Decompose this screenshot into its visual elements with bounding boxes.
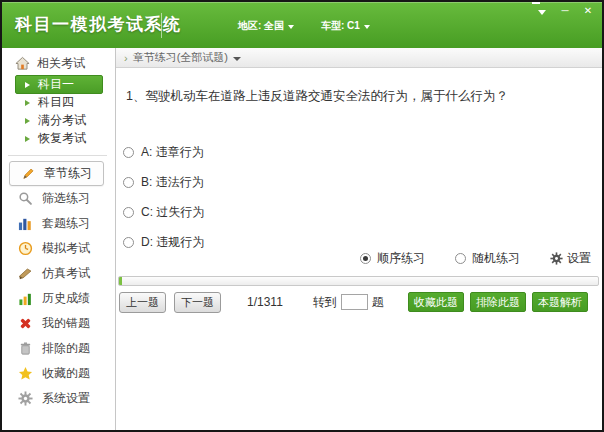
arrow-right-icon	[25, 82, 30, 88]
radio-icon[interactable]	[123, 207, 134, 218]
gear-icon	[18, 391, 33, 406]
stats-icon	[18, 291, 33, 306]
option-b[interactable]: B: 违法行为	[123, 174, 204, 190]
wrong-icon	[18, 316, 33, 331]
mode-label: 顺序练习	[377, 250, 425, 267]
app-window: 科目一模拟考试系统 地区: 全国 车型: C1 ─ ✕ 相关考试	[0, 0, 604, 432]
clock-icon	[18, 241, 33, 256]
mode-random[interactable]: 随机练习	[455, 250, 520, 267]
arrow-right-icon	[25, 136, 30, 142]
sidebar-item-label: 系统设置	[42, 390, 90, 407]
sidebar-item-label: 筛选练习	[42, 190, 90, 207]
arrow-right-icon	[25, 118, 30, 124]
exclude-question-button[interactable]: 排除此题	[470, 292, 526, 312]
sidebar-item-simulation-exam[interactable]: 仿真考试	[18, 261, 90, 285]
magnifier-icon	[18, 191, 33, 206]
breadcrumb[interactable]: › 章节练习(全部试题)	[116, 48, 602, 68]
region-dropdown[interactable]: 地区: 全国	[238, 19, 294, 33]
sidebar-divider	[8, 155, 107, 156]
option-c[interactable]: C: 过失行为	[123, 204, 204, 220]
favorite-question-button[interactable]: 收藏此题	[408, 292, 464, 312]
sidebar-item-history-scores[interactable]: 历史成绩	[18, 286, 90, 310]
radio-icon[interactable]	[360, 253, 371, 264]
main-content: › 章节练习(全部试题) 1、驾驶机动车在道路上违反道路交通安全法的行为，属于什…	[116, 48, 602, 430]
option-label: D: 违规行为	[141, 234, 204, 251]
sidebar-item-resume-exam[interactable]: 恢复考试	[15, 129, 103, 148]
question-text: 1、驾驶机动车在道路上违反道路交通安全法的行为，属于什么行为？	[126, 88, 586, 106]
next-question-button[interactable]: 下一题	[174, 292, 221, 313]
minimize-button[interactable]: ─	[559, 5, 571, 17]
sidebar-item-label: 科目四	[38, 94, 74, 111]
prev-question-button[interactable]: 上一题	[119, 292, 166, 313]
region-label: 地区: 全国	[238, 19, 284, 33]
pencil-icon	[21, 166, 36, 181]
breadcrumb-arrow-icon: ›	[124, 52, 128, 64]
sidebar-item-chapter-practice[interactable]: 章节练习	[9, 161, 104, 186]
question-analysis-button[interactable]: 本题解析	[532, 292, 588, 312]
sidebar-item-mock-exam[interactable]: 模拟考试	[18, 236, 90, 260]
settings-button[interactable]: 设置	[550, 250, 591, 267]
titlebar: 科目一模拟考试系统 地区: 全国 车型: C1 ─ ✕	[2, 2, 602, 48]
question-nav-row: 上一题 下一题 1/1311 转到 题 收藏此题 排除此题 本题解析	[119, 291, 588, 313]
sidebar-item-system-settings[interactable]: 系统设置	[18, 386, 90, 410]
skin-menu-button[interactable]	[536, 5, 548, 17]
option-d[interactable]: D: 违规行为	[123, 234, 204, 250]
sidebar: 相关考试 科目一 科目四 满分考试 恢复考试	[2, 48, 116, 430]
app-title: 科目一模拟考试系统	[15, 13, 182, 36]
sidebar-item-my-mistakes[interactable]: 我的错题	[18, 311, 90, 335]
radio-icon[interactable]	[123, 147, 134, 158]
house-icon	[15, 56, 30, 71]
sidebar-item-label: 恢复考试	[38, 130, 86, 147]
option-label: B: 违法行为	[141, 174, 204, 191]
titlebar-separator	[161, 13, 162, 38]
chevron-down-icon	[288, 25, 294, 29]
radio-icon[interactable]	[123, 237, 134, 248]
goto-question-input[interactable]	[341, 294, 368, 310]
sidebar-item-label: 科目一	[38, 76, 74, 93]
vehicle-dropdown[interactable]: 车型: C1	[321, 19, 370, 33]
option-label: C: 过失行为	[141, 204, 204, 221]
mode-label: 随机练习	[472, 250, 520, 267]
window-controls: ─ ✕	[536, 5, 594, 17]
star-icon	[18, 366, 33, 381]
sidebar-item-label: 章节练习	[44, 165, 92, 182]
sidebar-item-excluded-questions[interactable]: 排除的题	[18, 336, 90, 360]
chevron-down-icon	[364, 25, 370, 29]
breadcrumb-label: 章节练习(全部试题)	[133, 50, 228, 65]
sidebar-item-subject1[interactable]: 科目一	[15, 75, 103, 94]
option-label: A: 违章行为	[141, 144, 204, 161]
sidebar-item-favorite-questions[interactable]: 收藏的题	[18, 361, 90, 385]
settings-label: 设置	[567, 250, 591, 267]
chevron-down-icon	[233, 57, 241, 61]
arrow-right-icon	[25, 100, 30, 106]
sidebar-item-label: 满分考试	[38, 112, 86, 129]
sidebar-section-label: 相关考试	[37, 55, 85, 72]
sidebar-item-label: 我的错题	[42, 315, 90, 332]
question-actions: 收藏此题 排除此题 本题解析	[408, 292, 588, 312]
sidebar-item-full-score-exam[interactable]: 满分考试	[15, 111, 103, 130]
radio-icon[interactable]	[123, 177, 134, 188]
radio-icon[interactable]	[455, 253, 466, 264]
sidebar-item-label: 套题练习	[42, 215, 90, 232]
goto-label: 转到	[313, 294, 337, 311]
option-a[interactable]: A: 违章行为	[123, 144, 204, 160]
gear-icon	[550, 252, 563, 265]
sidebar-item-subject4[interactable]: 科目四	[15, 93, 103, 112]
brush-icon	[18, 266, 33, 281]
sidebar-item-label: 收藏的题	[42, 365, 90, 382]
goto-suffix: 题	[372, 294, 384, 311]
sidebar-item-filter-practice[interactable]: 筛选练习	[18, 186, 90, 210]
skin-caret-icon	[538, 10, 546, 15]
mode-sequential[interactable]: 顺序练习	[360, 250, 425, 267]
sidebar-item-label: 排除的题	[42, 340, 90, 357]
sidebar-item-label: 历史成绩	[42, 290, 90, 307]
close-button[interactable]: ✕	[582, 5, 594, 17]
progress-fill	[119, 277, 122, 285]
exam-set-icon	[18, 216, 33, 231]
sidebar-item-label: 模拟考试	[42, 240, 90, 257]
vehicle-label: 车型: C1	[321, 19, 360, 33]
progress-bar	[118, 276, 599, 286]
sidebar-item-label: 仿真考试	[42, 265, 90, 282]
question-counter: 1/1311	[247, 295, 283, 309]
sidebar-item-exam-sets[interactable]: 套题练习	[18, 211, 90, 235]
